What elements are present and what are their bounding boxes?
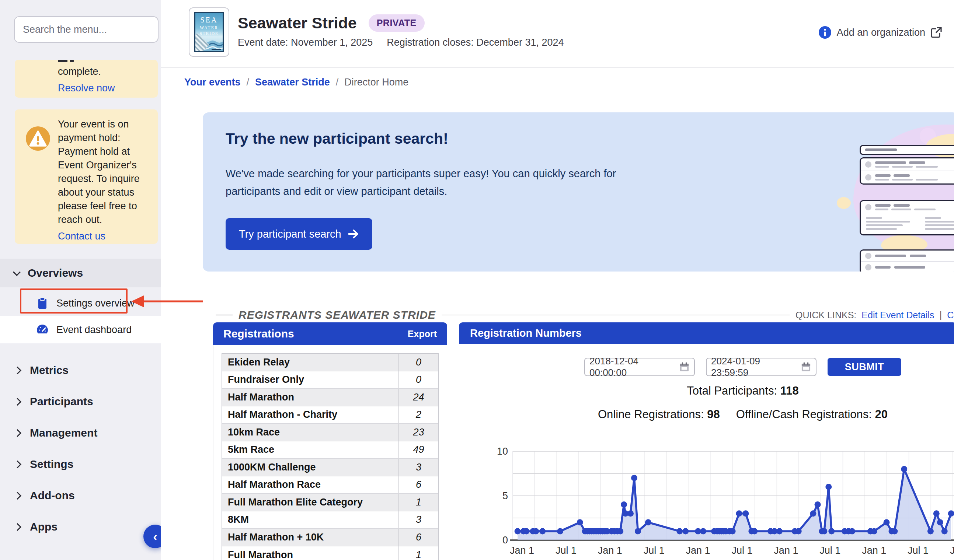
date-to-input[interactable]: 2024-01-09 23:59:59: [706, 358, 817, 376]
gauge-icon: [36, 323, 49, 336]
sidebar-item-label: Settings: [30, 458, 73, 470]
resolve-now-link[interactable]: Resolve now: [58, 81, 115, 95]
breadcrumb: Your events / Seawater Stride / Director…: [184, 77, 408, 88]
registration-row-label: Half Marathon - Charity: [222, 409, 399, 420]
registration-closes: Registration closes: December 31, 2024: [387, 37, 564, 48]
svg-text:0: 0: [502, 535, 508, 546]
registration-row-label: Full Marathon Elite Category: [222, 497, 399, 508]
breadcrumb-your-events[interactable]: Your events: [184, 77, 241, 88]
registration-row: Ekiden Relay0: [222, 354, 438, 371]
offline-label: Offline/Cash Registrations:: [736, 408, 875, 421]
main-content: SEA WATER STRIDE Seawater Stride PRIVATE…: [161, 0, 954, 560]
numbers-panel: Registration Numbers 2018-12-04 00:00:00…: [459, 322, 954, 560]
sidebar-item-participants[interactable]: Participants: [0, 390, 161, 413]
date-to-value: 2024-01-09 23:59:59: [711, 356, 797, 378]
event-logo: SEA WATER STRIDE: [189, 7, 229, 57]
breadcrumb-separator: /: [246, 77, 249, 88]
svg-text:Jul 1: Jul 1: [820, 545, 840, 556]
payout-alert: complete. Resolve now: [15, 60, 158, 98]
chevron-right-icon: [14, 398, 21, 405]
promo-banner: Try the new participant search! We've ma…: [203, 112, 954, 272]
registration-row-label: Ekiden Relay: [222, 357, 399, 368]
registration-row-value: 49: [399, 441, 438, 459]
date-from-input[interactable]: 2018-12-04 00:00:00: [584, 358, 695, 376]
online-registrations: Online Registrations: 98: [598, 408, 720, 421]
info-icon: [818, 26, 832, 39]
registration-row-value: 2: [399, 406, 438, 424]
payment-hold-alert: Your event is on payment hold: Payment h…: [15, 109, 158, 244]
illustration-card-expanded: [860, 200, 954, 235]
online-label: Online Registrations:: [598, 408, 707, 421]
registration-row: 1000KM Challenge3: [222, 459, 438, 476]
online-value: 98: [707, 408, 720, 421]
sidebar-section-overviews[interactable]: Overviews: [0, 259, 161, 287]
breadcrumb-event[interactable]: Seawater Stride: [255, 77, 330, 88]
contact-us-link[interactable]: Contact us: [58, 229, 105, 244]
yellow-blob: [837, 197, 851, 209]
calendar-icon[interactable]: [801, 361, 811, 372]
sidebar-item-label: Participants: [30, 395, 93, 408]
svg-text:5: 5: [502, 490, 508, 501]
registration-row-label: Full Marathon: [222, 549, 399, 560]
svg-text:Jan 1: Jan 1: [510, 545, 534, 556]
chevron-right-icon: [14, 366, 21, 374]
clipboard-icon: [36, 297, 49, 310]
banner-body: We've made searching for your participan…: [226, 165, 672, 200]
svg-text:Jan 1: Jan 1: [950, 545, 954, 556]
svg-text:Jan 1: Jan 1: [598, 545, 622, 556]
quick-links-label: QUICK LINKS:: [795, 310, 856, 320]
registration-row-label: 10km Race: [222, 427, 399, 438]
svg-text:Jul 1: Jul 1: [555, 545, 577, 556]
registrations-chart: 0510Jan 1Jul 1Jan 1Jul 1Jan 1Jul 1Jan 1J…: [494, 447, 954, 560]
clipped-text-fragment: [58, 60, 67, 62]
chevron-right-icon: [14, 492, 21, 499]
sidebar-item-event-dashboard[interactable]: Event dashboard: [0, 316, 161, 343]
registration-row-value: 1: [399, 546, 438, 560]
registration-row: 5km Race49: [222, 441, 438, 459]
illustration-card: [860, 249, 954, 272]
registration-row: Half Marathon24: [222, 389, 438, 406]
sidebar-item-settings[interactable]: Settings: [0, 453, 161, 476]
total-label: Total Participants:: [687, 384, 780, 397]
warning-icon: [26, 126, 50, 151]
sidebar-item-apps[interactable]: Apps: [0, 515, 161, 539]
sidebar-item-label: Event dashboard: [56, 324, 132, 336]
export-button[interactable]: Export: [408, 329, 437, 339]
try-participant-search-button[interactable]: Try participant search: [226, 218, 372, 250]
sidebar-item-label: Metrics: [30, 364, 69, 376]
sidebar-item-settings-overview[interactable]: Settings overview: [0, 290, 161, 316]
edit-event-details-link[interactable]: Edit Event Details: [862, 310, 934, 320]
cta-label: Try participant search: [239, 228, 341, 240]
numbers-title: Registration Numbers: [470, 327, 582, 339]
add-organization-link[interactable]: Add an organization: [818, 26, 942, 39]
registration-row: Half Marathon - Charity2: [222, 406, 438, 424]
sidebar-item-add-ons[interactable]: Add-ons: [0, 484, 161, 507]
registrations-title: Registrations: [223, 328, 294, 340]
registration-row-value: 3: [399, 459, 438, 476]
logo-line: SEA: [195, 16, 223, 24]
registration-row: Half Marathon + 10K6: [222, 529, 438, 546]
chevron-left-icon: ‹: [153, 529, 157, 543]
svg-text:10: 10: [497, 447, 508, 457]
calendar-icon[interactable]: [679, 361, 690, 372]
search-input[interactable]: [23, 24, 153, 35]
breadcrumb-current: Director Home: [344, 77, 408, 88]
sidebar-item-metrics[interactable]: Metrics: [0, 358, 161, 382]
copy-link-partial[interactable]: Cop: [947, 310, 954, 320]
arrow-right-icon: [348, 229, 359, 239]
offline-registrations: Offline/Cash Registrations: 20: [736, 408, 888, 421]
registration-row-value: 23: [399, 424, 438, 441]
sidebar: complete. Resolve now Your event is on p…: [0, 0, 161, 560]
registration-row-label: 8KM: [222, 514, 399, 525]
sidebar-item-management[interactable]: Management: [0, 421, 161, 445]
registration-row-label: Fundraiser Only: [222, 374, 399, 385]
svg-text:Jul 1: Jul 1: [907, 545, 929, 556]
quick-links-separator: |: [940, 310, 942, 320]
search-input-wrapper: [14, 16, 159, 43]
page-title: Seawater Stride: [238, 14, 357, 32]
section-title: REGISTRANTS SEAWATER STRIDE: [238, 309, 436, 321]
svg-text:Jan 1: Jan 1: [686, 545, 710, 556]
sidebar-item-label: Settings overview: [56, 298, 134, 309]
submit-button[interactable]: SUBMIT: [828, 358, 901, 376]
illustration-search-card: [860, 145, 954, 155]
